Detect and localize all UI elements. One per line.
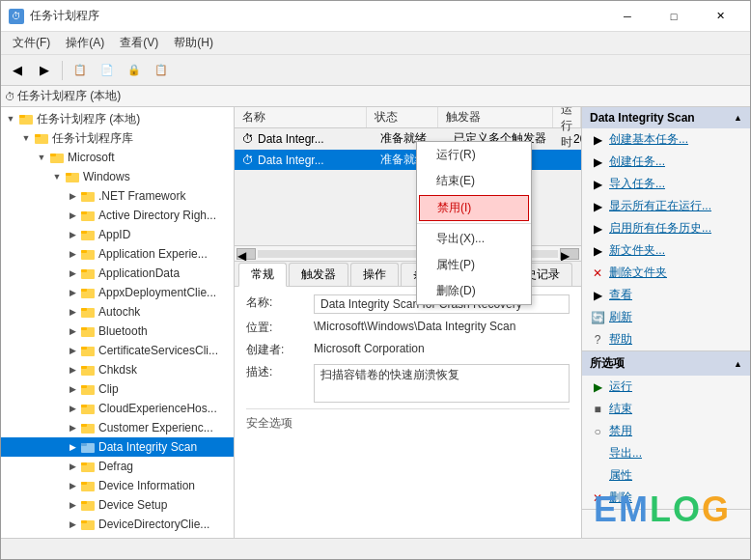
- menu-action[interactable]: 操作(A): [58, 33, 112, 53]
- ctx-delete[interactable]: 删除(D): [417, 278, 531, 304]
- tree-microsoft-icon: [49, 151, 65, 164]
- toolbar-back[interactable]: ◀: [5, 59, 30, 82]
- ctx-run[interactable]: 运行(R): [417, 142, 531, 168]
- tab-general[interactable]: 常规: [238, 263, 287, 287]
- create-basic-label: 创建基本任务...: [609, 131, 688, 148]
- ctx-separator: [417, 223, 531, 224]
- new-folder-label: 新文件夹...: [609, 242, 665, 259]
- detail-location-row: 位置: \Microsoft\Windows\Data Integrity Sc…: [246, 320, 570, 336]
- tree-item-devdir-expand: ▶: [65, 517, 80, 532]
- create-basic-icon: ▶: [590, 132, 605, 148]
- refresh-label: 刷新: [609, 309, 632, 325]
- tree-item-defrag-label: Defrag: [98, 460, 133, 473]
- menu-file[interactable]: 文件(F): [5, 33, 58, 53]
- properties-icon: [590, 468, 605, 484]
- tree-item-clip[interactable]: ▶ Clip: [1, 379, 234, 399]
- maximize-button[interactable]: □: [652, 3, 696, 30]
- scroll-right-btn[interactable]: ▶: [560, 248, 579, 260]
- tree-item-chkdsk[interactable]: ▶ Chkdsk: [1, 360, 234, 379]
- panel-action-refresh[interactable]: 🔄 刷新: [582, 306, 750, 328]
- tree-item-chkdsk-expand: ▶: [65, 362, 80, 378]
- panel-action-show-running[interactable]: ▶ 显示所有正在运行...: [582, 195, 750, 217]
- svg-rect-9: [81, 192, 87, 195]
- tree-item-dis[interactable]: ▶ Data Integrity Scan: [1, 437, 234, 457]
- tree-item-appid-label: AppID: [98, 228, 130, 241]
- panel-action-properties[interactable]: 属性: [582, 464, 750, 487]
- panel-section-dis-header: Data Integrity Scan ▲: [582, 107, 750, 128]
- toolbar-btn1[interactable]: 📋: [68, 59, 93, 82]
- toolbar-btn3[interactable]: 🔒: [122, 59, 147, 82]
- toolbar-forward[interactable]: ▶: [32, 59, 57, 82]
- tree-item-cloud[interactable]: ▶ CloudExperienceHos...: [1, 399, 234, 418]
- tree-item-cert[interactable]: ▶ CertificateServicesCli...: [1, 341, 234, 360]
- panel-section-selected-expand[interactable]: ▲: [734, 359, 742, 369]
- panel-action-create-basic[interactable]: ▶ 创建基本任务...: [582, 128, 750, 151]
- tree-item-appid[interactable]: ▶ AppID: [1, 225, 234, 244]
- tree-item-appdata[interactable]: ▶ ApplicationData: [1, 264, 234, 283]
- tree-item-adr-expand: ▶: [65, 208, 80, 223]
- scroll-left-btn[interactable]: ◀: [236, 248, 256, 260]
- svg-rect-27: [81, 366, 87, 369]
- menu-help[interactable]: 帮助(H): [166, 33, 221, 53]
- tree-item-appx[interactable]: ▶ AppxDeploymentClie...: [1, 283, 234, 302]
- panel-action-disable[interactable]: ○ 禁用: [582, 420, 750, 442]
- tree-item-customer[interactable]: ▶ Customer Experienc...: [1, 418, 234, 437]
- tree-item-bluetooth[interactable]: ▶ Bluetooth: [1, 322, 234, 341]
- col-header-next: 下次运行时间: [553, 107, 581, 127]
- tree-item-chkdsk-label: Chkdsk: [98, 363, 137, 377]
- panel-action-import[interactable]: ▶ 导入任务...: [582, 173, 750, 195]
- tree-microsoft[interactable]: ▼ Microsoft: [1, 148, 234, 167]
- tree-windows[interactable]: ▼ Windows: [1, 167, 234, 186]
- tree-item-dis-label: Data Integrity Scan: [98, 440, 197, 454]
- app-icon: ⏱: [9, 9, 24, 24]
- col-header-status: 状态: [367, 107, 438, 127]
- tree-library[interactable]: ▼ 任务计划程序库: [1, 128, 234, 148]
- panel-action-delete-folder[interactable]: ✕ 删除文件夹: [582, 262, 750, 284]
- tree-item-devsetup[interactable]: ▶ Device Setup: [1, 495, 234, 515]
- tab-triggers[interactable]: 触发器: [289, 263, 348, 286]
- tree-item-devdir[interactable]: ▶ DeviceDirectoryClie...: [1, 515, 234, 534]
- panel-delete-icon: ✕: [590, 490, 605, 506]
- tree-item-adr[interactable]: ▶ Active Directory Righ...: [1, 206, 234, 225]
- panel-action-end[interactable]: ■ 结束: [582, 398, 750, 420]
- ctx-end[interactable]: 结束(E): [417, 168, 531, 194]
- panel-action-export[interactable]: 导出...: [582, 442, 750, 464]
- row1-name: ⏱ Data Integr...: [235, 128, 373, 149]
- tree-item-appx-label: AppxDeploymentClie...: [98, 286, 216, 299]
- menu-bar: 文件(F) 操作(A) 查看(V) 帮助(H): [1, 32, 750, 55]
- col-header-trigger: 触发器: [438, 107, 553, 127]
- tree-item-devinfo[interactable]: ▶ Device Information: [1, 476, 234, 495]
- panel-action-run[interactable]: ▶ 运行: [582, 376, 750, 398]
- ctx-export[interactable]: 导出(X)...: [417, 226, 531, 252]
- tree-item-autochk[interactable]: ▶ Autochk: [1, 302, 234, 322]
- panel-action-new-folder[interactable]: ▶ 新文件夹...: [582, 239, 750, 262]
- panel-section-dis-expand[interactable]: ▲: [734, 113, 742, 123]
- tree-item-adr-label: Active Directory Righ...: [98, 209, 216, 222]
- tree-item-appexp[interactable]: ▶ Application Experie...: [1, 244, 234, 264]
- minimize-button[interactable]: ─: [605, 3, 650, 30]
- tree-item-defrag[interactable]: ▶ Defrag: [1, 457, 234, 476]
- tree-root[interactable]: ▼ 任务计划程序 (本地): [1, 109, 234, 128]
- panel-action-view[interactable]: ▶ 查看: [582, 284, 750, 306]
- tree-windows-icon: [65, 170, 80, 183]
- tree-item-bluetooth-icon: [80, 324, 96, 338]
- ctx-disable[interactable]: 禁用(I): [419, 195, 529, 221]
- tree-root-icon: [18, 112, 34, 126]
- export-label: 导出...: [609, 445, 642, 462]
- ctx-properties[interactable]: 属性(P): [417, 252, 531, 278]
- end-icon: ■: [590, 402, 605, 417]
- right-panel: Data Integrity Scan ▲ ▶ 创建基本任务... ▶ 创建任务…: [581, 107, 750, 538]
- close-button[interactable]: ✕: [698, 3, 742, 30]
- panel-action-help[interactable]: ? 帮助: [582, 328, 750, 350]
- panel-action-enable-history[interactable]: ▶ 启用所有任务历史...: [582, 217, 750, 239]
- tree-item-devinfo-label: Device Information: [98, 479, 195, 492]
- tree-item-autochk-icon: [80, 305, 96, 319]
- panel-action-create[interactable]: ▶ 创建任务...: [582, 151, 750, 173]
- menu-view[interactable]: 查看(V): [112, 33, 166, 53]
- tree-windows-expand: ▼: [49, 169, 65, 184]
- toolbar-btn2[interactable]: 📄: [95, 59, 120, 82]
- panel-action-delete[interactable]: ✕ 删除: [582, 487, 750, 509]
- tree-item-net[interactable]: ▶ .NET Framework: [1, 186, 234, 206]
- toolbar-btn4[interactable]: 📋: [149, 59, 174, 82]
- tab-actions[interactable]: 操作: [350, 263, 399, 286]
